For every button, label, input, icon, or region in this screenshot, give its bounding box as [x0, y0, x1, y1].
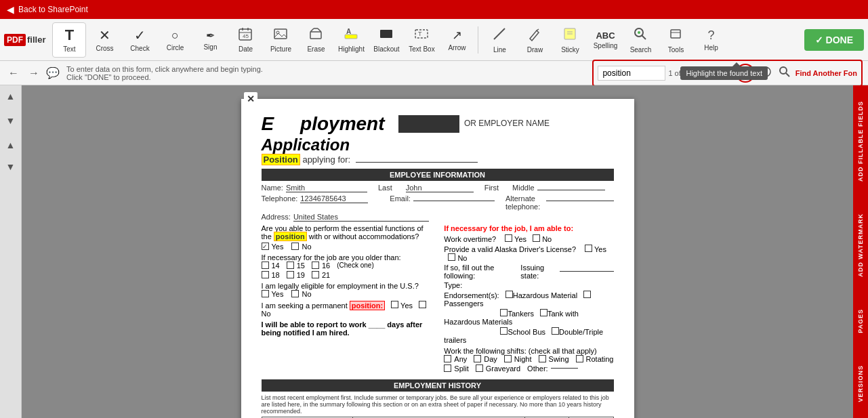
two-col-section: Are you able to perform the essential fu…	[262, 224, 614, 374]
check-icon: ✓	[134, 27, 146, 43]
tankers-label: Tankers	[508, 310, 534, 318]
close-panel-button[interactable]: ✕	[244, 92, 257, 106]
help-tool-button[interactable]: ? Help	[694, 22, 728, 58]
sticky-tool-button[interactable]: Sticky	[553, 22, 587, 58]
blackout-tool-button[interactable]: Blackout	[369, 22, 403, 58]
check-tool-label: Check	[130, 45, 149, 52]
erase-tool-button[interactable]: Erase	[299, 22, 333, 58]
svg-text:T: T	[418, 30, 422, 37]
age-18-cb[interactable]	[262, 271, 269, 278]
middle-label: Middle	[512, 184, 534, 192]
license-no-cb[interactable]	[448, 253, 455, 261]
employee-info-header: EMPLOYEE INFORMATION	[262, 169, 614, 181]
hint-icon: 💬	[46, 66, 60, 79]
double-cb[interactable]	[552, 327, 559, 335]
address-value: United States	[293, 213, 429, 222]
school-bus-cb[interactable]	[500, 327, 508, 335]
title-e: E	[262, 113, 274, 134]
rotating-cb[interactable]	[576, 355, 583, 362]
age-19-cb[interactable]	[287, 271, 294, 278]
swing-cb[interactable]	[539, 355, 546, 362]
text-tool-button[interactable]: T Text	[52, 22, 86, 58]
tankers-row: Tankers Tank with Hazardous Materials	[444, 309, 613, 326]
night-cb[interactable]	[504, 355, 512, 362]
top-bar: ◀ Back to SharePoint	[0, 0, 868, 19]
age-14-cb[interactable]	[262, 262, 269, 269]
search-magnifier-button[interactable]	[777, 64, 793, 82]
arrow-tool-button[interactable]: ↗ Arrow	[440, 22, 474, 58]
highlight-tool-button[interactable]: A Highlight	[334, 22, 368, 58]
redo-button[interactable]: →	[26, 66, 42, 81]
search-tool-icon	[633, 26, 648, 45]
overtime-no-cb[interactable]	[533, 234, 540, 242]
no-label-1: No	[302, 243, 311, 251]
age-16-cb[interactable]	[312, 262, 319, 269]
yes-cb-3[interactable]	[391, 301, 398, 308]
title-area: E ployment Application OR EMPLOYER NAME	[262, 112, 614, 154]
address-row: Address: United States	[262, 213, 614, 222]
hint-line1: To enter data on this form, click anywhe…	[66, 65, 263, 73]
age-21: 21	[322, 271, 330, 279]
haz-mat-cb[interactable]	[505, 291, 513, 298]
arrow-icon: ↗	[452, 28, 462, 43]
search-tool-button[interactable]: Search	[623, 22, 657, 58]
svg-line-34	[786, 73, 789, 77]
scroll-up-button[interactable]: ▲	[6, 91, 16, 102]
position-applying-line: Position Name: applying for:	[262, 154, 614, 165]
passengers-cb[interactable]	[583, 291, 591, 298]
tankers-cb[interactable]	[500, 309, 508, 316]
logo: PDF filler	[4, 34, 45, 46]
pages-label[interactable]: PAGES	[857, 309, 864, 333]
tools-tool-button[interactable]: Tools	[659, 22, 693, 58]
spelling-tool-label: Spelling	[594, 42, 618, 49]
draw-icon	[527, 26, 542, 45]
sign-tool-label: Sign	[203, 43, 217, 51]
sign-tool-button[interactable]: ✒ Sign	[193, 22, 227, 58]
name-row: Name: Smith Last John First Middle	[262, 184, 614, 192]
other-field	[551, 368, 578, 369]
issuing-state-label: Issuing state:	[520, 264, 555, 280]
back-label[interactable]: Back to SharePoint	[18, 5, 88, 14]
no-cb-3[interactable]	[419, 301, 426, 308]
check-tool-button[interactable]: ✓ Check	[123, 22, 157, 58]
done-button[interactable]: ✓ DONE	[804, 29, 864, 51]
draw-tool-button[interactable]: Draw	[518, 22, 552, 58]
circle-tool-button[interactable]: ○ Circle	[158, 22, 192, 58]
emp-history-header: EMPLOYMENT HISTORY	[262, 379, 614, 392]
split-cb[interactable]	[444, 364, 451, 372]
search-input[interactable]	[598, 66, 665, 81]
shifts-row: Any Day Night Swing Rotating	[444, 355, 613, 363]
page-down-button[interactable]: ▼	[6, 161, 16, 172]
textbox-icon: T	[414, 26, 429, 44]
night-label: Night	[514, 355, 532, 363]
erase-tool-label: Erase	[307, 45, 325, 53]
textbox-tool-button[interactable]: T Text Box	[405, 22, 438, 58]
yes-checkbox-1[interactable]	[262, 243, 269, 250]
add-watermark-label[interactable]: ADD WATERMARK	[857, 213, 864, 277]
cross-tool-button[interactable]: ✕ Cross	[87, 22, 121, 58]
graveyard-cb[interactable]	[476, 364, 483, 372]
find-another-button[interactable]: Find Another Fon	[795, 69, 857, 77]
yes-cb-2[interactable]	[262, 290, 269, 297]
picture-tool-button[interactable]: Picture	[264, 22, 297, 58]
overtime-yes-cb[interactable]	[505, 234, 512, 242]
type-label: Type:	[444, 281, 462, 289]
license-yes-cb[interactable]	[585, 245, 592, 252]
age-21-cb[interactable]	[312, 271, 319, 278]
line-tool-button[interactable]: Line	[482, 22, 516, 58]
day-cb[interactable]	[474, 355, 481, 362]
undo-button[interactable]: ←	[5, 66, 22, 81]
spelling-tool-button[interactable]: ABC Spelling	[588, 22, 622, 58]
no-cb-2[interactable]	[291, 290, 299, 297]
page-up-button[interactable]: ▲	[6, 140, 16, 150]
no-checkbox-1[interactable]	[291, 243, 299, 250]
versions-label[interactable]: VERSIONS	[857, 365, 864, 402]
scroll-down-button[interactable]: ▼	[6, 115, 16, 126]
any-cb[interactable]	[444, 355, 451, 362]
first-value: John	[406, 184, 474, 192]
date-tool-button[interactable]: 45 Date	[228, 22, 262, 58]
add-fillable-fields-label[interactable]: ADD FILLABLE FIELDS	[857, 101, 864, 182]
license-label: Provide a valid Alaska Driver's License?	[444, 245, 576, 253]
age-15-cb[interactable]	[287, 262, 294, 269]
tank-haz-cb[interactable]	[540, 309, 547, 316]
